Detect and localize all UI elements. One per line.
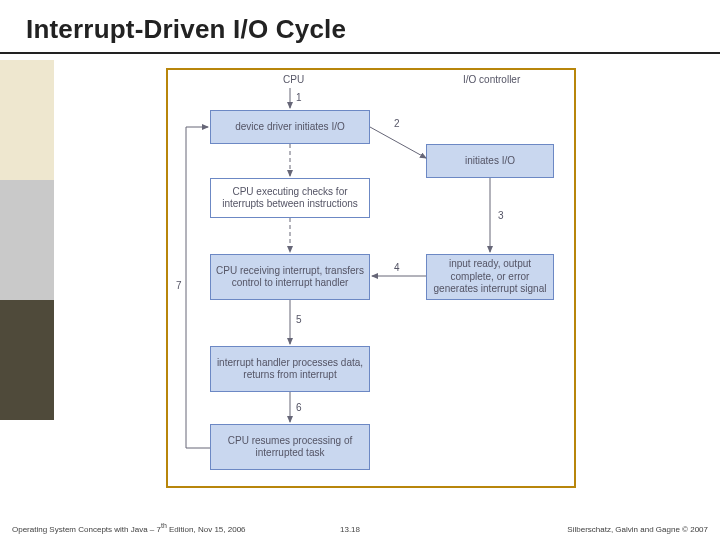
footer-left-b: Edition, Nov 15, 2006 [167, 525, 246, 534]
footer: Operating System Concepts with Java – 7t… [0, 518, 720, 534]
left-accent [0, 0, 54, 540]
slide: Interrupt-Driven I/O Cycle CPU I/O contr… [0, 0, 720, 540]
title-underline [0, 52, 720, 54]
footer-left-a: Operating System Concepts with Java – 7 [12, 525, 161, 534]
accent-block-3 [0, 300, 54, 420]
footer-page-number: 13.18 [340, 525, 360, 534]
diagram-frame: CPU I/O controller device driver initiat… [166, 68, 576, 488]
diagram-arrows [168, 70, 578, 490]
footer-copyright: Silberschatz, Galvin and Gagne © 2007 [567, 525, 708, 534]
footer-left: Operating System Concepts with Java – 7t… [12, 522, 246, 534]
accent-block-1 [0, 60, 54, 180]
slide-title: Interrupt-Driven I/O Cycle [26, 14, 346, 45]
accent-block-2 [0, 180, 54, 300]
